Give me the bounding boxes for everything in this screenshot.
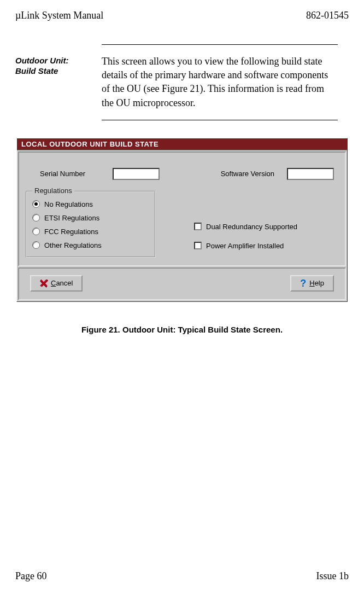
radio-label: Other Regulations	[44, 241, 102, 249]
regulations-legend: Regulations	[32, 187, 74, 195]
radio-icon	[32, 241, 40, 249]
sidebar-heading-line1: Outdoor Unit:	[15, 56, 68, 65]
software-version-label: Software Version	[221, 170, 287, 178]
sidebar-heading-line2: Build State	[15, 66, 58, 75]
serial-number-input[interactable]	[113, 168, 160, 180]
cancel-button[interactable]: Cancel	[30, 275, 83, 292]
radio-icon	[32, 214, 40, 222]
radio-etsi-regulations[interactable]: ETSI Regulations	[31, 211, 150, 225]
page-header: µLink System Manual 862-01545	[15, 10, 349, 21]
cancel-x-icon	[40, 279, 48, 287]
dialog-body: Serial Number Software Version Regulatio…	[18, 152, 346, 266]
figure-caption: Figure 21. Outdoor Unit: Typical Build S…	[15, 325, 349, 334]
checkbox-label: Power Amplifier Installed	[206, 242, 284, 250]
radio-icon	[32, 200, 40, 208]
build-state-dialog: LOCAL OUTDOOR UNIT BUILD STATE Serial Nu…	[16, 138, 348, 302]
software-version-input[interactable]	[287, 168, 334, 180]
serial-number-label: Serial Number	[40, 170, 113, 178]
radio-icon	[32, 228, 40, 235]
checkbox-dual-redundancy[interactable]: Dual Redundancy Supported	[194, 217, 338, 236]
radio-other-regulations[interactable]: Other Regulations	[31, 238, 150, 252]
dialog-title-bar: LOCAL OUTDOOR UNIT BUILD STATE	[17, 138, 347, 150]
sidebar-heading: Outdoor Unit: Build State	[15, 55, 102, 110]
body-paragraph: This screen allows you to view the follo…	[102, 55, 349, 110]
radio-label: FCC Regulations	[44, 228, 98, 236]
help-button-label: Help	[309, 279, 324, 287]
checkbox-label: Dual Redundancy Supported	[206, 223, 297, 231]
help-question-icon: ?	[300, 278, 306, 288]
rule-bottom	[102, 120, 338, 120]
header-right: 862-01545	[306, 10, 349, 21]
checkbox-power-amplifier[interactable]: Power Amplifier Installed	[194, 236, 338, 255]
button-bar: Cancel ? Help	[18, 267, 346, 300]
radio-label: No Regulations	[44, 200, 93, 208]
checkbox-column: Dual Redundancy Supported Power Amplifie…	[156, 191, 338, 258]
checkbox-icon	[194, 223, 202, 230]
top-input-row: Serial Number Software Version	[26, 158, 338, 191]
content-row: Outdoor Unit: Build State This screen al…	[15, 55, 349, 110]
radio-fcc-regulations[interactable]: FCC Regulations	[31, 225, 150, 238]
page-footer: Page 60 Issue 1b	[15, 570, 349, 582]
footer-left: Page 60	[15, 570, 47, 582]
cancel-button-label: Cancel	[51, 279, 73, 287]
regulations-group: Regulations No Regulations ETSI Regulati…	[26, 191, 156, 258]
radio-label: ETSI Regulations	[44, 214, 99, 222]
radio-no-regulations[interactable]: No Regulations	[31, 197, 150, 211]
mid-row: Regulations No Regulations ETSI Regulati…	[26, 191, 338, 258]
help-button[interactable]: ? Help	[290, 275, 334, 292]
header-left: µLink System Manual	[15, 10, 103, 21]
footer-right: Issue 1b	[316, 570, 349, 582]
rule-top	[102, 44, 338, 45]
checkbox-icon	[194, 242, 202, 249]
